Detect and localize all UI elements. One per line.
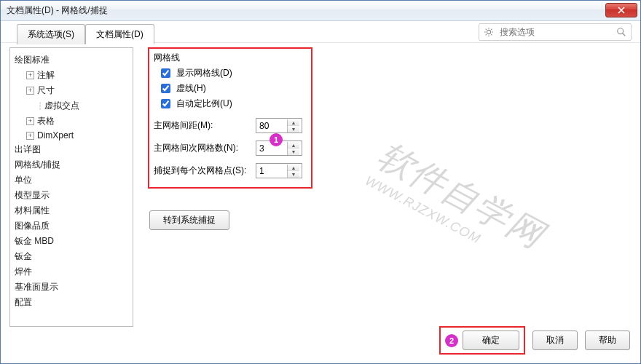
label-major-spacing: 主网格间距(M): bbox=[154, 119, 256, 132]
toolbar: 系统选项(S) 文档属性(D) bbox=[1, 21, 640, 43]
close-button[interactable] bbox=[605, 3, 637, 17]
arrow-up-icon[interactable]: ▲ bbox=[288, 142, 299, 149]
tree-node-grid-snap[interactable]: 网格线/捕捉 bbox=[15, 157, 128, 173]
checkbox-auto-scale[interactable]: 自动定比例(U) bbox=[158, 97, 307, 111]
highlight-box-1: 网格线 显示网格线(D) 虚线(H) 自动定比例(U) 主网格间距(M): ▲ … bbox=[148, 47, 312, 189]
annotation-callout-2: 2 bbox=[445, 334, 458, 347]
svg-line-6 bbox=[491, 34, 492, 35]
svg-line-10 bbox=[623, 33, 626, 36]
label-snap-every: 捕捉到每个次网格点(S): bbox=[154, 165, 256, 177]
tab-system-options[interactable]: 系统选项(S) bbox=[17, 24, 85, 44]
input-major-spacing[interactable] bbox=[256, 121, 287, 131]
tree-node-units[interactable]: 单位 bbox=[15, 173, 128, 188]
label-minor-per-major: 主网格间次网格数(N): bbox=[154, 142, 256, 154]
tree-node-sheet-metal-mbd[interactable]: 钣金 MBD bbox=[15, 234, 128, 249]
search-input[interactable] bbox=[498, 26, 612, 38]
input-snap-every[interactable] bbox=[256, 166, 287, 176]
tree-node-plane-display[interactable]: 基准面显示 bbox=[15, 280, 128, 295]
goto-system-snap-button[interactable]: 转到系统捕捉 bbox=[149, 210, 229, 230]
tree-node-detailing[interactable]: 出详图 bbox=[15, 142, 128, 157]
checkbox-dashed-input[interactable] bbox=[161, 84, 170, 93]
arrow-up-icon[interactable]: ▲ bbox=[288, 165, 299, 171]
dialog-footer: 2 确定 取消 帮助 bbox=[439, 326, 630, 355]
spin-arrows: ▲ ▼ bbox=[287, 165, 299, 178]
checkbox-dashed[interactable]: 虚线(H) bbox=[158, 82, 307, 95]
tree-node-virtual-sharp[interactable]: 虚拟交点 bbox=[15, 98, 128, 114]
expand-icon[interactable]: + bbox=[26, 71, 34, 79]
tree-node-dimension[interactable]: +尺寸 bbox=[15, 83, 128, 98]
tree-node-model-display[interactable]: 模型显示 bbox=[15, 188, 128, 203]
close-icon bbox=[618, 7, 625, 14]
dialog-window: 文档属性(D) - 网格线/捕捉 系统选项(S) 文档属性(D) 绘图标准 +注… bbox=[0, 0, 641, 364]
window-title: 文档属性(D) - 网格线/捕捉 bbox=[7, 4, 108, 17]
tree-node-sheet-metal[interactable]: 钣金 bbox=[15, 249, 128, 264]
gear-icon bbox=[484, 27, 494, 37]
tree-node-weldments[interactable]: 焊件 bbox=[15, 264, 128, 280]
arrow-up-icon[interactable]: ▲ bbox=[288, 119, 299, 126]
row-major-spacing: 主网格间距(M): ▲ ▼ bbox=[154, 118, 307, 133]
svg-point-0 bbox=[487, 30, 490, 33]
svg-point-9 bbox=[618, 28, 624, 33]
tree-node-config[interactable]: 配置 bbox=[15, 295, 128, 310]
tree-node-drafting-standard[interactable]: 绘图标准 bbox=[15, 52, 128, 68]
group-grid-title: 网格线 bbox=[154, 52, 307, 64]
expand-icon[interactable]: + bbox=[26, 87, 34, 95]
tree-node-dimxpert[interactable]: +DimXpert bbox=[15, 129, 128, 142]
search-icon[interactable] bbox=[616, 27, 626, 37]
checkbox-auto-scale-input[interactable] bbox=[161, 99, 170, 108]
cancel-button[interactable]: 取消 bbox=[532, 331, 578, 350]
ok-button[interactable]: 确定 bbox=[463, 331, 519, 350]
spin-arrows: ▲ ▼ bbox=[287, 142, 299, 155]
tree-node-material-props[interactable]: 材料属性 bbox=[15, 203, 128, 218]
spin-arrows: ▲ ▼ bbox=[287, 119, 299, 132]
arrow-down-icon[interactable]: ▼ bbox=[288, 126, 299, 132]
watermark: 软件自学网 WWW.RJZXW.COM bbox=[363, 132, 553, 272]
annotation-callout-1: 1 bbox=[270, 133, 283, 146]
tree-node-table[interactable]: +表格 bbox=[15, 114, 128, 129]
expand-icon[interactable]: + bbox=[26, 132, 34, 140]
row-snap-every: 捕捉到每个次网格点(S): ▲ ▼ bbox=[154, 163, 307, 178]
checkbox-show-grid[interactable]: 显示网格线(D) bbox=[158, 66, 307, 80]
checkbox-show-grid-input[interactable] bbox=[161, 68, 170, 78]
spin-snap-every[interactable]: ▲ ▼ bbox=[256, 163, 302, 178]
svg-line-7 bbox=[486, 34, 487, 35]
svg-line-5 bbox=[486, 28, 487, 29]
tree-node-annotation[interactable]: +注解 bbox=[15, 68, 128, 83]
title-bar: 文档属性(D) - 网格线/捕捉 bbox=[1, 1, 640, 21]
tab-bar: 系统选项(S) 文档属性(D) bbox=[17, 23, 154, 44]
arrow-down-icon[interactable]: ▼ bbox=[288, 149, 299, 155]
help-button[interactable]: 帮助 bbox=[585, 331, 630, 350]
search-box[interactable] bbox=[479, 23, 632, 41]
svg-line-8 bbox=[491, 28, 492, 29]
category-tree[interactable]: 绘图标准 +注解 +尺寸 虚拟交点 +表格 +DimXpert 出详图 网格线/… bbox=[9, 47, 133, 327]
row-minor-per-major: 主网格间次网格数(N): ▲ ▼ bbox=[154, 141, 307, 156]
tab-document-properties[interactable]: 文档属性(D) bbox=[85, 24, 154, 44]
settings-panel: 网格线 显示网格线(D) 虚线(H) 自动定比例(U) 主网格间距(M): ▲ … bbox=[133, 47, 632, 327]
spin-major-spacing[interactable]: ▲ ▼ bbox=[256, 118, 302, 133]
dialog-body: 绘图标准 +注解 +尺寸 虚拟交点 +表格 +DimXpert 出详图 网格线/… bbox=[1, 43, 640, 327]
expand-icon[interactable]: + bbox=[26, 117, 34, 125]
arrow-down-icon[interactable]: ▼ bbox=[288, 171, 299, 178]
tree-node-image-quality[interactable]: 图像品质 bbox=[15, 218, 128, 234]
highlight-box-2: 2 确定 bbox=[439, 326, 525, 355]
